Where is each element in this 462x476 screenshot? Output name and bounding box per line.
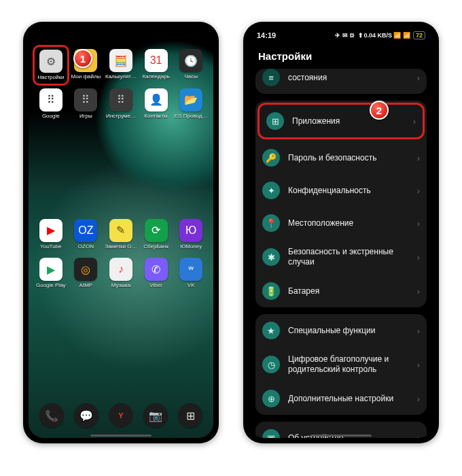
google-play-app-icon: ▶ <box>39 258 63 281</box>
row-more[interactable]: ⊕Дополнительные настройки› <box>255 382 427 415</box>
aimp-app[interactable]: ◎AIMP <box>69 256 103 293</box>
viber-app[interactable]: ✆Viber <box>139 256 173 293</box>
row-location-icon: 📍 <box>262 214 280 232</box>
app-label: VK <box>188 283 195 289</box>
row-battery[interactable]: 🔋Батарея› <box>255 275 427 307</box>
chevron-right-icon: › <box>417 73 420 83</box>
settings-card: ★Специальные функции›◷Цифровое благополу… <box>255 314 427 415</box>
row-label: Цифровое благополучие и родительский кон… <box>288 354 409 375</box>
app-label: AIMP <box>79 283 93 289</box>
app-label: Мои файлы <box>71 74 101 80</box>
row-privacy[interactable]: ✦Конфиденциальность› <box>255 174 427 207</box>
sberbank-app-icon: ⟳ <box>145 219 168 242</box>
tools-folder[interactable]: ⠿Инструме… <box>104 87 138 124</box>
ozon-app[interactable]: OZOZON <box>69 218 103 254</box>
contacts-app-icon: 👤 <box>145 88 168 112</box>
settings-app[interactable]: ⚙Настройки <box>33 45 69 86</box>
app-label: Настройки <box>37 75 64 81</box>
row-status-stub[interactable]: ≡ состояния › <box>255 69 427 94</box>
music-app[interactable]: ♪Музыка <box>104 256 138 293</box>
es-explorer-app[interactable]: 📂ES Провод… <box>174 87 208 124</box>
row-privacy-icon: ✦ <box>262 182 280 199</box>
app-label: СберБанк <box>143 244 168 250</box>
chevron-right-icon: › <box>417 153 420 163</box>
row-apps-icon: ⊞ <box>266 112 284 130</box>
gnotes-app[interactable]: ✎Заметки G… <box>104 218 138 254</box>
row-emergency[interactable]: ✱Безопасность и экстренные случаи› <box>255 239 427 275</box>
chevron-right-icon: › <box>417 326 420 336</box>
app-label: ES Провод… <box>175 114 208 120</box>
app-label: Заметки G… <box>105 244 137 250</box>
google-play-app[interactable]: ▶Google Play <box>34 256 68 293</box>
clock-app-icon: 🕓 <box>179 49 202 72</box>
status-icons: ✈ ✉ ⛭ <box>335 32 355 39</box>
dock-camera[interactable]: 📷 <box>139 402 173 434</box>
status-icon: ≡ <box>262 69 280 86</box>
viber-app-icon: ✆ <box>145 258 168 281</box>
settings-card: ⊞Приложения›🔑Пароль и безопасность›✦Конф… <box>255 101 427 307</box>
dock-sms-icon: 💬 <box>74 403 99 428</box>
row-more-icon: ⊕ <box>262 390 280 407</box>
app-label: Часы <box>184 74 198 80</box>
chevron-right-icon: › <box>417 433 420 439</box>
vk-app[interactable]: ʷVK <box>174 256 208 293</box>
home-indicator[interactable] <box>310 435 372 437</box>
dock-phone-icon: 📞 <box>39 403 64 428</box>
status-time: 14:19 <box>257 31 276 39</box>
games-folder[interactable]: ⠿Игры <box>69 87 103 124</box>
calendar-app-icon: 31 <box>145 49 168 72</box>
chevron-right-icon: › <box>413 116 416 126</box>
row-location[interactable]: 📍Местоположение› <box>255 207 427 239</box>
yoomoney-app-icon: Ю <box>179 219 202 242</box>
dock-search[interactable]: Y <box>103 402 138 434</box>
dock-sms[interactable]: 💬 <box>69 402 103 434</box>
dock-phone[interactable]: 📞 <box>34 402 69 434</box>
row-label: Безопасность и экстренные случаи <box>288 247 409 267</box>
google-folder-icon: ⠿ <box>39 88 63 112</box>
phone-right: 14:19 ✈ ✉ ⛭ ⬆0.04 KB/S 📶 📶 72 Настройки … <box>243 22 439 443</box>
sberbank-app[interactable]: ⟳СберБанк <box>139 218 173 254</box>
gnotes-app-icon: ✎ <box>109 219 132 242</box>
youtube-app[interactable]: ▶YouTube <box>34 218 68 254</box>
google-folder[interactable]: ⠿Google <box>34 87 68 124</box>
badge-2: 2 <box>370 101 389 120</box>
status-bar: 14:19 ✈ ✉ ⛭ ⬆0.04 KB/S 📶 📶 72 <box>249 27 433 44</box>
status-net: ⬆0.04 KB/S 📶 📶 <box>358 32 410 39</box>
chevron-right-icon: › <box>417 286 420 296</box>
app-label: Календарь <box>142 74 169 80</box>
music-app-icon: ♪ <box>109 258 132 281</box>
row-battery-icon: 🔋 <box>262 282 280 300</box>
row-label: Специальные функции <box>288 326 409 336</box>
screen-settings: 14:19 ✈ ✉ ⛭ ⬆0.04 KB/S 📶 📶 72 Настройки … <box>249 27 433 438</box>
row-label: Батарея <box>288 286 409 296</box>
chevron-right-icon: › <box>417 394 420 404</box>
row-special-icon: ★ <box>262 322 280 339</box>
row-label: Местоположение <box>288 218 409 228</box>
youtube-app-icon: ▶ <box>39 219 63 242</box>
row-special[interactable]: ★Специальные функции› <box>255 314 427 347</box>
clock-app[interactable]: 🕓Часы <box>174 48 208 84</box>
calculator-app-icon: 🧮 <box>109 49 132 72</box>
row-security[interactable]: 🔑Пароль и безопасность› <box>255 141 427 174</box>
chevron-right-icon: › <box>417 186 420 196</box>
row-apps[interactable]: ⊞Приложения› <box>257 103 425 139</box>
dock-apps[interactable]: ⊞ <box>173 402 208 434</box>
screen-home: 14:19 ✈ ✉ ⛭ ⬆0.04 KB/S 📶 📶 72 ⚙Настройки… <box>29 27 213 438</box>
home-indicator[interactable] <box>90 435 152 437</box>
aimp-app-icon: ◎ <box>74 258 97 281</box>
app-label: OZON <box>78 244 94 250</box>
settings-card-stub: ≡ состояния › <box>255 69 427 94</box>
row-label: Приложения <box>292 116 405 126</box>
app-label: ЮMoney <box>180 244 202 250</box>
row-security-icon: 🔑 <box>262 149 280 167</box>
tools-folder-icon: ⠿ <box>109 88 132 112</box>
yoomoney-app[interactable]: ЮЮMoney <box>174 218 208 254</box>
contacts-app[interactable]: 👤Контакты <box>139 87 173 124</box>
calculator-app[interactable]: 🧮Калькулят… <box>104 48 138 84</box>
calendar-app[interactable]: 31Календарь <box>139 48 173 84</box>
ozon-app-icon: OZ <box>74 219 97 242</box>
app-label: Viber <box>149 283 162 289</box>
badge-1: 1 <box>73 49 92 68</box>
row-wellbeing[interactable]: ◷Цифровое благополучие и родительский ко… <box>255 347 427 382</box>
dock-camera-icon: 📷 <box>143 403 168 428</box>
